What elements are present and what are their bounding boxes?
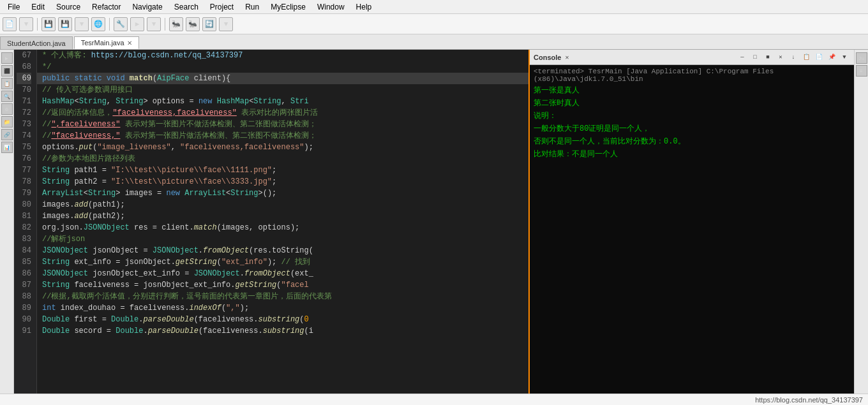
toolbar-btn2[interactable]: ▼ (19, 17, 33, 31)
tab-tesr-main[interactable]: TesrMain.java ✕ (74, 36, 139, 49)
code-84-jsonobj: JSONObject (42, 246, 88, 255)
status-bar-url: https://blog.csdn.net/qq_34137397 (755, 396, 863, 404)
code-73-comment2: 表示对第一张图片不做活体检测、第二张图做活体检测； (120, 120, 316, 129)
toolbar-run[interactable]: ▶ (130, 17, 144, 31)
code-71-angle: < (74, 97, 79, 106)
menu-myeclipse[interactable]: MyEclipse (266, 1, 311, 13)
menu-refactor[interactable]: Refactor (87, 1, 126, 13)
toolbar-debug[interactable]: 🔧 (114, 17, 128, 31)
console-output-2: 说明： (534, 110, 850, 122)
console-drop[interactable]: ▼ (839, 52, 850, 63)
code-line-69: public static void match(AipFace client)… (37, 73, 528, 84)
menu-source[interactable]: Source (51, 1, 86, 13)
code-89-end: ); (240, 304, 249, 313)
code-71-string2: String (116, 97, 143, 106)
menu-search[interactable]: Search (169, 1, 204, 13)
code-86-jsonobj2: JSONObject (194, 269, 240, 278)
code-line-82: org.json.JSONObject res = client.match(i… (37, 222, 528, 233)
code-74-str: "faceliveness," (51, 131, 120, 140)
console-output-0: 第一张是真人 (534, 84, 850, 97)
toolbar-save[interactable]: 💾 (41, 17, 56, 31)
line-num-85: 85 (17, 256, 31, 268)
sidebar-icon-5[interactable]: ⚙ (1, 103, 13, 115)
code-line-77: String path1 = "I:\\test\\picture\\face\… (37, 165, 528, 176)
code-84-jsonobj2: JSONObject (153, 246, 198, 255)
code-86-from: fromObject (244, 269, 290, 278)
code-89-paren: ( (221, 304, 226, 313)
toolbar-save2[interactable]: 💾 (58, 17, 72, 31)
code-69-space3 (125, 74, 130, 83)
code-69-public: public (42, 74, 70, 83)
code-83-comment: //解析json (42, 235, 85, 244)
console-terminated-line: <terminated> TesrMain [Java Application]… (534, 68, 850, 83)
code-79-arraylist: ArrayList (42, 189, 84, 198)
console-output-3: 一般分数大于80证明是同一个人， (534, 122, 850, 135)
code-86-josn: josnObject_ext_info = (88, 269, 194, 278)
code-line-67: * 个人博客: https://blog.csdn.net/qq_3413739… (37, 50, 528, 61)
code-line-68: */ (37, 61, 528, 73)
toolbar-ant2[interactable]: 🐜 (186, 17, 200, 31)
editor-area: 67 68 69 70 71 72 73 74 75 76 77 78 79 8… (14, 50, 528, 405)
code-line-72: //返回的活体信息，"faceliveness,faceliveness" 表示… (37, 107, 528, 119)
sidebar-right-icon-2[interactable]: ≡ (856, 65, 867, 77)
toolbar-btn3[interactable]: ▼ (75, 17, 89, 31)
sidebar-right-icon-1[interactable]: Ju (856, 52, 867, 64)
code-69-type: AipFace (157, 74, 189, 83)
code-80-images: images. (42, 200, 74, 209)
code-content[interactable]: * 个人博客: https://blog.csdn.net/qq_3413739… (37, 50, 528, 405)
code-71-string1: String (79, 97, 107, 106)
menu-file[interactable]: File (3, 1, 25, 13)
line-num-86: 86 (17, 268, 31, 279)
console-minimize[interactable]: — (737, 52, 748, 63)
code-69-static: static (74, 74, 101, 83)
toolbar-new[interactable]: 📄 (3, 17, 17, 31)
toolbar-web[interactable]: 🌐 (91, 17, 105, 31)
console-toolbar-x[interactable]: ✕ (775, 52, 786, 63)
sidebar-icon-6[interactable]: 📁 (1, 116, 13, 128)
menu-run[interactable]: Run (240, 1, 264, 13)
console-toolbar-stop[interactable]: ■ (762, 52, 774, 63)
toolbar: 📄 ▼ 💾 💾 ▼ 🌐 🔧 ▶ ▼ 🐜 🐜 🔄 ▼ (0, 14, 868, 34)
console-maximize[interactable]: □ (749, 52, 761, 63)
sidebar-icon-3[interactable]: 📋 (1, 78, 13, 89)
console-toolbar-paste[interactable]: 📄 (813, 52, 825, 63)
line-num-84: 84 (17, 245, 31, 256)
menu-window[interactable]: Window (312, 1, 350, 13)
code-73-str: ",faceliveness" (51, 120, 120, 129)
tab-tesr-main-label: TesrMain.java (81, 39, 124, 47)
code-82-res: res = client. (130, 223, 194, 232)
tab-student-action[interactable]: StudentAction.java (0, 36, 73, 49)
code-line-74: //"faceliveness," 表示对第一张图片做活体检测、第二张图不做活体… (37, 130, 528, 142)
toolbar-ant[interactable]: 🐜 (169, 17, 183, 31)
code-71-hm2 (213, 97, 217, 106)
code-85-str: "ext_info" (221, 258, 267, 267)
code-line-80: images.add(path1); (37, 199, 528, 210)
menu-project[interactable]: Project (205, 1, 239, 13)
sidebar-left: ▶ ⬛ 📋 🔍 ⚙ 📁 🔗 📊 (0, 50, 14, 405)
sidebar-icon-8[interactable]: 📊 (1, 142, 13, 153)
code-77-semi: ; (272, 166, 276, 175)
sidebar-icon-2[interactable]: ⬛ (1, 65, 13, 77)
sidebar-icon-7[interactable]: 🔗 (1, 129, 13, 140)
menu-help[interactable]: Help (351, 1, 377, 13)
sidebar-right: Ju ≡ (854, 50, 868, 405)
sidebar-icon-1[interactable]: ▶ (1, 52, 13, 64)
menu-edit[interactable]: Edit (26, 1, 50, 13)
tab-tesr-main-close[interactable]: ✕ (127, 40, 132, 47)
code-89-str: "," (226, 304, 240, 313)
sidebar-icon-4[interactable]: 🔍 (1, 91, 13, 102)
menu-navigate[interactable]: Navigate (127, 1, 167, 13)
code-79-al3: ArrayList (184, 189, 226, 198)
code-78-path2: path2 = (70, 177, 111, 186)
code-91-end: (faceliveness. (198, 327, 263, 335)
tab-student-action-label: StudentAction.java (7, 40, 66, 47)
console-toolbar-copy[interactable]: 📋 (800, 52, 812, 63)
code-85-string: String (42, 258, 70, 267)
toolbar-reload[interactable]: 🔄 (202, 17, 216, 31)
tab-bar: StudentAction.java TesrMain.java ✕ (0, 34, 868, 50)
toolbar-btn4[interactable]: ▼ (219, 17, 233, 31)
toolbar-run-drop[interactable]: ▼ (147, 17, 161, 31)
console-close-button[interactable]: ✕ (565, 54, 569, 61)
console-pin[interactable]: 📌 (826, 52, 837, 63)
console-toolbar-scroll[interactable]: ↓ (788, 52, 799, 63)
